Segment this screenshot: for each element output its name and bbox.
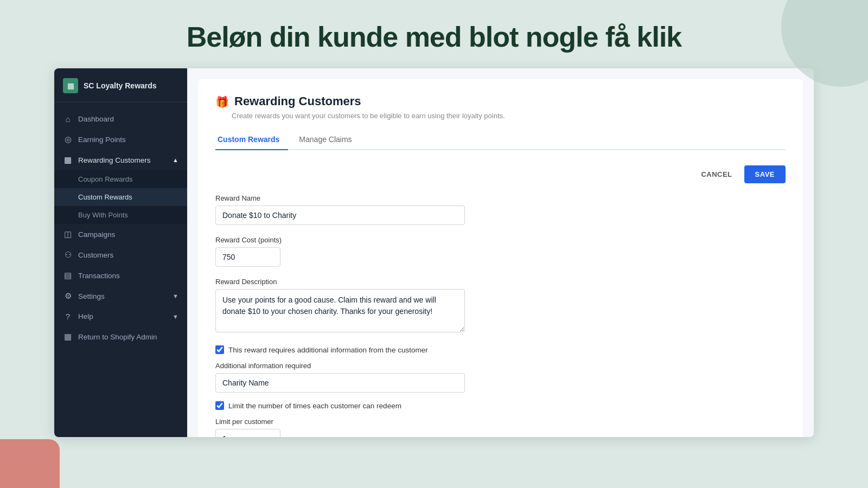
sidebar: ▦ SC Loyalty Rewards ⌂ Dashboard ◎ Earni… bbox=[54, 68, 187, 437]
sidebar-item-rewarding-customers[interactable]: ▦ Rewarding Customers ▲ bbox=[54, 150, 187, 170]
earning-points-icon: ◎ bbox=[63, 134, 73, 144]
sidebar-item-label: Settings bbox=[78, 292, 105, 300]
sidebar-item-label: Customers bbox=[78, 251, 113, 259]
custom-rewards-label: Custom Rewards bbox=[78, 193, 132, 201]
additional-info-checkbox[interactable] bbox=[215, 345, 224, 354]
panel-subtitle: Create rewards you want your customers t… bbox=[232, 112, 786, 120]
form-actions: CANCEL SAVE bbox=[215, 165, 786, 183]
transactions-icon: ▤ bbox=[63, 271, 73, 280]
rewarding-customers-icon: ▦ bbox=[63, 155, 73, 165]
tab-custom-rewards[interactable]: Custom Rewards bbox=[215, 131, 288, 150]
chevron-down-icon: ▼ bbox=[173, 313, 178, 320]
sidebar-item-custom-rewards[interactable]: Custom Rewards bbox=[54, 188, 187, 206]
hero-section: Beløn din kunde med blot nogle få klik bbox=[0, 0, 868, 68]
campaigns-icon: ◫ bbox=[63, 229, 73, 239]
additional-info-checkbox-label[interactable]: This reward requires additional informat… bbox=[228, 346, 428, 354]
return-shopify-icon: ▦ bbox=[63, 332, 73, 342]
panel-header: 🎁 Rewarding Customers bbox=[215, 94, 786, 108]
sidebar-item-buy-with-points[interactable]: Buy With Points bbox=[54, 206, 187, 224]
cancel-button[interactable]: CANCEL bbox=[694, 166, 738, 183]
panel-icon: 🎁 bbox=[215, 95, 229, 108]
sidebar-item-dashboard[interactable]: ⌂ Dashboard bbox=[54, 109, 187, 129]
brand-icon: ▦ bbox=[63, 78, 78, 93]
sidebar-item-label: Dashboard bbox=[78, 115, 114, 123]
sidebar-item-campaigns[interactable]: ◫ Campaigns bbox=[54, 224, 187, 245]
panel-title: Rewarding Customers bbox=[234, 94, 361, 108]
brand-name: SC Loyalty Rewards bbox=[84, 81, 157, 90]
checkbox-row-limit-per-customer: Limit the number of times each customer … bbox=[215, 401, 786, 410]
reward-cost-input[interactable] bbox=[215, 247, 280, 267]
buy-with-points-label: Buy With Points bbox=[78, 211, 128, 219]
sidebar-item-label: Return to Shopify Admin bbox=[78, 333, 157, 341]
limit-per-customer-input[interactable] bbox=[215, 429, 280, 437]
sidebar-item-label: Transactions bbox=[78, 272, 120, 280]
sidebar-brand: ▦ SC Loyalty Rewards bbox=[54, 68, 187, 102]
content-panel: 🎁 Rewarding Customers Create rewards you… bbox=[198, 79, 803, 437]
sidebar-submenu: Coupon Rewards Custom Rewards Buy With P… bbox=[54, 170, 187, 224]
dashboard-icon: ⌂ bbox=[63, 114, 73, 124]
save-button[interactable]: SAVE bbox=[744, 165, 786, 183]
form-group-limit-per-customer: Limit per customer bbox=[215, 418, 786, 437]
sidebar-item-customers[interactable]: ⚇ Customers bbox=[54, 245, 187, 265]
bg-decoration-triangle bbox=[0, 439, 60, 488]
limit-per-customer-label: Limit per customer bbox=[215, 418, 786, 426]
coupon-rewards-label: Coupon Rewards bbox=[78, 175, 132, 183]
reward-name-label: Reward Name bbox=[215, 194, 786, 202]
additional-info-input[interactable] bbox=[215, 373, 465, 393]
chevron-down-icon: ▼ bbox=[173, 293, 178, 299]
reward-description-textarea[interactable]: Use your points for a good cause. Claim … bbox=[215, 289, 465, 332]
limit-per-customer-checkbox-label[interactable]: Limit the number of times each customer … bbox=[228, 402, 401, 410]
chevron-up-icon: ▲ bbox=[173, 157, 178, 163]
sidebar-item-coupon-rewards[interactable]: Coupon Rewards bbox=[54, 170, 187, 188]
sidebar-item-label: Campaigns bbox=[78, 230, 115, 239]
sidebar-item-return-shopify[interactable]: ▦ Return to Shopify Admin bbox=[54, 326, 187, 347]
form-group-additional-info: Additional information required bbox=[215, 362, 786, 393]
sidebar-item-label: Earning Points bbox=[78, 136, 126, 144]
checkbox-row-additional-info: This reward requires additional informat… bbox=[215, 345, 786, 354]
reward-name-input[interactable] bbox=[215, 206, 465, 225]
tabs-bar: Custom Rewards Manage Claims bbox=[215, 131, 786, 150]
additional-info-label: Additional information required bbox=[215, 362, 786, 370]
sidebar-item-help[interactable]: ? Help ▼ bbox=[54, 306, 187, 326]
customers-icon: ⚇ bbox=[63, 250, 73, 260]
sidebar-nav: ⌂ Dashboard ◎ Earning Points ▦ Rewarding… bbox=[54, 102, 187, 437]
form-group-reward-description: Reward Description Use your points for a… bbox=[215, 278, 786, 335]
help-icon: ? bbox=[63, 312, 73, 321]
app-container: ▦ SC Loyalty Rewards ⌂ Dashboard ◎ Earni… bbox=[54, 68, 814, 437]
hero-title: Beløn din kunde med blot nogle få klik bbox=[0, 21, 868, 53]
sidebar-item-label: Rewarding Customers bbox=[78, 156, 151, 164]
main-content: 🎁 Rewarding Customers Create rewards you… bbox=[187, 68, 814, 437]
sidebar-item-settings[interactable]: ⚙ Settings ▼ bbox=[54, 286, 187, 306]
sidebar-item-earning-points[interactable]: ◎ Earning Points bbox=[54, 129, 187, 150]
tab-manage-claims[interactable]: Manage Claims bbox=[297, 131, 360, 150]
sidebar-item-label: Help bbox=[78, 312, 93, 320]
reward-description-label: Reward Description bbox=[215, 278, 786, 286]
limit-per-customer-checkbox[interactable] bbox=[215, 401, 224, 410]
settings-icon: ⚙ bbox=[63, 291, 73, 301]
form-group-reward-name: Reward Name bbox=[215, 194, 786, 225]
sidebar-item-transactions[interactable]: ▤ Transactions bbox=[54, 265, 187, 286]
form-group-reward-cost: Reward Cost (points) bbox=[215, 236, 786, 267]
reward-cost-label: Reward Cost (points) bbox=[215, 236, 786, 244]
